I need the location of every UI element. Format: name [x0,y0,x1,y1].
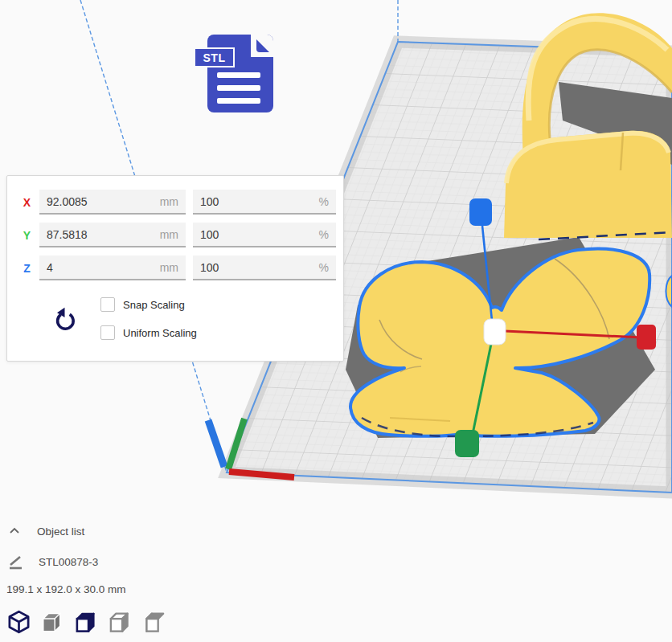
chevron-up-icon [8,525,21,538]
view-3d-icon [6,609,31,635]
scale-handle-center-white[interactable] [484,319,506,345]
y-percent-input[interactable] [193,223,336,246]
view-left-button[interactable] [108,609,133,635]
object-item-name: STL00878-3 [39,556,98,568]
uniform-scaling-checkbox[interactable] [100,325,115,340]
snap-scaling-label: Snap Scaling [123,299,185,311]
object-list-title: Object list [37,525,84,538]
pencil-icon [8,554,23,570]
x-size-input[interactable] [39,190,186,213]
scale-row-z: Z mm % [7,256,343,280]
scale-handle-x-red[interactable] [637,325,656,350]
view-front-icon [40,609,65,635]
reset-counterclockwise-arrow-icon [50,305,80,337]
view-front-button[interactable] [40,609,65,635]
view-3d-button[interactable] [6,609,31,635]
stl-file-document-icon: STL [197,35,277,117]
view-top-button[interactable] [74,609,99,635]
scale-row-x: X mm % [7,190,343,215]
object-list-header[interactable]: Object list [8,525,84,538]
view-top-icon [74,609,99,635]
view-right-button[interactable] [141,609,166,635]
scale-handle-y-green[interactable] [455,430,479,457]
snap-scaling-checkbox[interactable] [100,297,115,312]
y-axis-label: Y [21,229,33,242]
view-left-icon [108,609,133,635]
view-right-icon [141,609,166,635]
z-size-input[interactable] [39,256,186,279]
reset-scale-button[interactable] [49,305,81,338]
z-percent-input[interactable] [193,256,336,279]
z-axis-label: Z [21,262,33,275]
y-size-input[interactable] [39,223,186,246]
camera-view-toolbar [6,609,166,635]
scale-tool-panel: X mm % Y mm % Z mm % [6,175,344,362]
stl-badge-label: STL [195,47,235,67]
snap-scaling-option: Snap Scaling [100,297,185,312]
model-dimensions-text: 199.1 x 192.0 x 30.0 mm [6,583,126,595]
x-percent-input[interactable] [193,190,336,213]
uniform-scaling-label: Uniform Scaling [123,327,197,339]
scale-handle-z-blue[interactable] [469,198,492,226]
object-list-item[interactable]: STL00878-3 [8,554,98,570]
uniform-scaling-option: Uniform Scaling [100,325,197,340]
scale-row-y: Y mm % [7,223,343,247]
x-axis-label: X [21,196,33,209]
